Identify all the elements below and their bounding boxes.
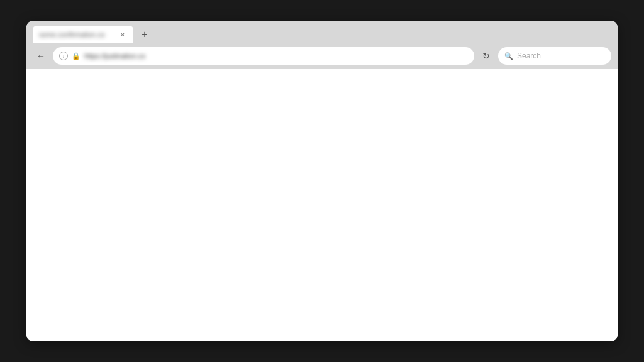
tab-close-button[interactable]: ×	[118, 30, 127, 39]
search-icon: 🔍	[504, 52, 513, 60]
browser-chrome: some.confirmation.co × + ← i 🔒 https://j…	[26, 21, 618, 69]
browser-content	[26, 69, 618, 341]
back-button[interactable]: ←	[33, 48, 49, 64]
new-tab-button[interactable]: +	[136, 26, 153, 43]
address-bar[interactable]: i 🔒 https://justination.co	[53, 47, 474, 65]
search-bar[interactable]: 🔍 Search	[498, 47, 611, 65]
active-tab[interactable]: some.confirmation.co ×	[33, 26, 133, 43]
reload-button[interactable]: ↻	[478, 48, 494, 64]
tab-bar: some.confirmation.co × +	[26, 21, 618, 43]
browser-window: some.confirmation.co × + ← i 🔒 https://j…	[26, 21, 618, 341]
toolbar: ← i 🔒 https://justination.co ↻ 🔍 Search	[26, 43, 618, 69]
url-text: https://justination.co	[84, 52, 468, 60]
lock-icon: 🔒	[72, 52, 80, 60]
info-icon[interactable]: i	[59, 52, 68, 60]
tab-title: some.confirmation.co	[39, 31, 113, 38]
search-placeholder: Search	[517, 52, 541, 60]
